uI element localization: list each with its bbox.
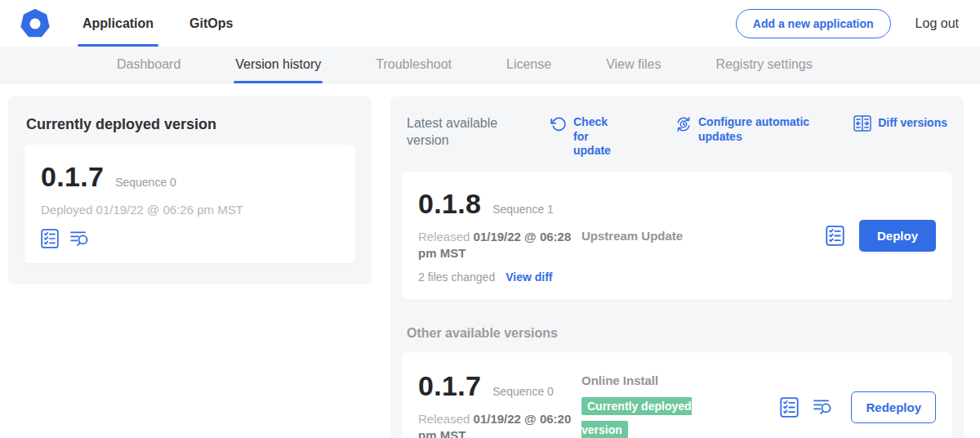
check-for-update-label: Check for update xyxy=(573,115,626,159)
deployed-timestamp: Deployed 01/19/22 @ 06:26 pm MST xyxy=(41,203,339,217)
app-logo-icon[interactable] xyxy=(20,9,50,38)
latest-version-number: 0.1.8 xyxy=(418,188,481,220)
subnav-dashboard[interactable]: Dashboard xyxy=(117,47,180,83)
other-version-info: 0.1.7 Sequence 0 Released 01/19/22 @ 06:… xyxy=(418,370,581,438)
latest-available-title: Latest available version xyxy=(407,115,529,150)
top-tab-application-label: Application xyxy=(82,16,154,31)
subnav-license[interactable]: License xyxy=(506,47,551,83)
latest-sequence-label: Sequence 1 xyxy=(492,203,554,216)
deploy-logs-icon[interactable] xyxy=(813,397,833,417)
files-changed-row: 2 files changed View diff xyxy=(418,270,581,284)
currently-deployed-panel: Currently deployed version 0.1.7 Sequenc… xyxy=(8,96,372,284)
release-notes-icon[interactable] xyxy=(780,397,799,418)
top-tab-gitops[interactable]: GitOps xyxy=(172,0,251,47)
configure-auto-updates-label: Configure automatic updates xyxy=(698,115,829,144)
latest-version-info: 0.1.8 Sequence 1 Released 01/19/22 @ 06:… xyxy=(418,188,581,284)
top-tab-application[interactable]: Application xyxy=(65,0,172,47)
configure-auto-updates-link[interactable]: Configure automatic updates xyxy=(675,115,829,144)
refresh-icon xyxy=(550,116,567,132)
currently-deployed-badge-wrap: Currently deployed version xyxy=(581,395,706,438)
other-source-label: Online Install xyxy=(581,373,780,387)
main-content: Currently deployed version 0.1.7 Sequenc… xyxy=(0,83,980,438)
deployed-version-number: 0.1.7 xyxy=(41,161,104,193)
released-prefix: Released xyxy=(418,230,470,244)
release-notes-icon[interactable] xyxy=(41,229,59,248)
latest-version-card: 0.1.8 Sequence 1 Released 01/19/22 @ 06:… xyxy=(402,172,952,301)
view-diff-link[interactable]: View diff xyxy=(506,270,552,284)
deploy-button[interactable]: Deploy xyxy=(859,220,936,252)
subnav-registry-settings[interactable]: Registry settings xyxy=(715,47,812,83)
latest-available-panel: Latest available version Check for updat… xyxy=(390,96,964,438)
deployed-version-card: 0.1.7 Sequence 0 Deployed 01/19/22 @ 06:… xyxy=(24,145,355,263)
other-version-number: 0.1.7 xyxy=(418,370,481,402)
redeploy-button[interactable]: Redeploy xyxy=(851,391,936,423)
subnav-troubleshoot[interactable]: Troubleshoot xyxy=(376,47,452,83)
latest-version-actions: Deploy xyxy=(826,220,936,252)
add-application-button[interactable]: Add a new application xyxy=(736,9,891,38)
app-subnav: Dashboard Version history Troubleshoot L… xyxy=(0,47,980,83)
diff-versions-label: Diff versions xyxy=(878,116,947,131)
other-versions-title: Other available versions xyxy=(407,326,947,341)
other-version-card: 0.1.7 Sequence 0 Released 01/19/22 @ 06:… xyxy=(402,352,952,438)
top-tab-gitops-label: GitOps xyxy=(189,16,233,31)
subnav-version-history[interactable]: Version history xyxy=(235,47,321,83)
other-sequence-label: Sequence 0 xyxy=(492,385,554,398)
deployed-version-row: 0.1.7 Sequence 0 xyxy=(41,161,339,193)
release-notes-icon[interactable] xyxy=(826,226,844,246)
other-released-timestamp: Released 01/19/22 @ 06:20 pm MST xyxy=(418,411,581,438)
top-nav: Application GitOps xyxy=(65,0,251,47)
deploy-logs-icon[interactable] xyxy=(70,229,90,248)
latest-header: Latest available version Check for updat… xyxy=(402,108,952,160)
deployed-sequence-label: Sequence 0 xyxy=(115,176,176,189)
diff-versions-link[interactable]: Diff versions xyxy=(853,115,947,132)
diff-versions-icon xyxy=(853,115,871,132)
logout-button[interactable]: Log out xyxy=(915,16,959,31)
check-for-update-link[interactable]: Check for update xyxy=(550,115,626,159)
deployed-actions xyxy=(41,229,339,248)
released-prefix: Released xyxy=(418,412,470,426)
other-version-actions: Redeploy xyxy=(780,391,936,423)
files-changed-label: 2 files changed xyxy=(418,270,495,284)
subnav-view-files[interactable]: View files xyxy=(606,47,661,83)
latest-released-timestamp: Released 01/19/22 @ 06:28 pm MST xyxy=(418,229,581,262)
clock-refresh-icon xyxy=(675,116,692,132)
currently-deployed-badge: Currently deployed version xyxy=(581,397,692,438)
other-version-status: Online Install Currently deployed versio… xyxy=(581,373,780,438)
top-bar: Application GitOps Add a new application… xyxy=(0,0,980,47)
currently-deployed-title: Currently deployed version xyxy=(26,116,354,133)
latest-source-label: Upstream Update xyxy=(581,229,826,243)
